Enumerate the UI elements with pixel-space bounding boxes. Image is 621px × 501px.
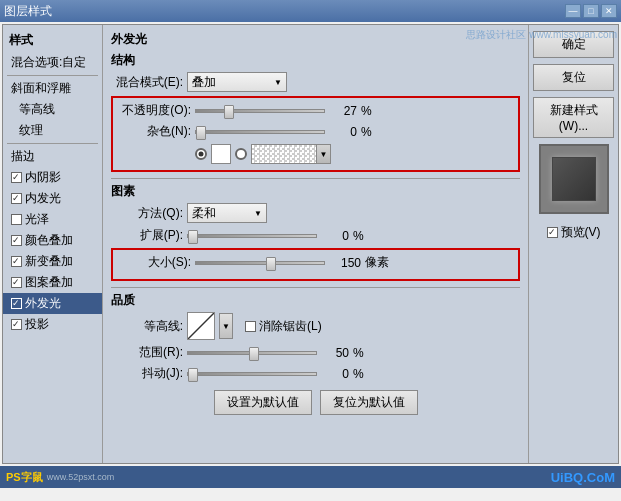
bottom-bar-left: PS字鼠 www.52psxt.com <box>6 470 114 485</box>
inner-shadow-checkbox[interactable] <box>11 172 22 183</box>
gradient-overlay-label: 新变叠加 <box>25 253 73 270</box>
jitter-value: 0 <box>321 367 349 381</box>
preview-checkbox[interactable]: ✓ <box>547 227 558 238</box>
satin-checkbox[interactable] <box>11 214 22 225</box>
opacity-unit: % <box>361 104 381 118</box>
window-title: 图层样式 <box>4 3 52 20</box>
drop-shadow-checkbox[interactable] <box>11 319 22 330</box>
opacity-slider-track[interactable] <box>195 109 325 113</box>
contour-label: 等高线: <box>111 318 183 335</box>
inner-shadow-label: 内阴影 <box>25 169 61 186</box>
sidebar-title: 样式 <box>3 29 102 52</box>
color-overlay-checkbox[interactable] <box>11 235 22 246</box>
spread-unit: % <box>353 229 373 243</box>
size-unit: 像素 <box>365 254 393 271</box>
spread-row: 扩展(P): 0 % <box>111 227 520 244</box>
anti-alias-checkbox[interactable] <box>245 321 256 332</box>
range-slider-thumb[interactable] <box>249 347 259 361</box>
method-label: 方法(Q): <box>111 205 183 222</box>
sidebar-item-bevel[interactable]: 斜面和浮雕 <box>3 78 102 99</box>
sidebar-divider-1 <box>7 75 98 76</box>
blend-mode-label: 混合模式(E): <box>111 74 183 91</box>
title-bar: 图层样式 — □ ✕ <box>0 0 621 22</box>
contour-row: 等高线: ▼ 消除锯齿(L) <box>111 312 520 340</box>
range-value: 50 <box>321 346 349 360</box>
color-swatch-white[interactable] <box>211 144 231 164</box>
section-title-outer-glow: 外发光 <box>111 31 520 48</box>
gradient-overlay-checkbox[interactable] <box>11 256 22 267</box>
size-slider-track[interactable] <box>195 261 325 265</box>
color-row: ▼ <box>119 144 512 164</box>
sidebar-item-stroke[interactable]: 描边 <box>3 146 102 167</box>
outer-glow-checkbox[interactable] <box>11 298 22 309</box>
opacity-row: 不透明度(O): 27 % <box>119 102 512 119</box>
bottom-watermark-left: www.52psxt.com <box>47 472 115 482</box>
inner-glow-checkbox[interactable] <box>11 193 22 204</box>
blend-mode-select[interactable]: 叠加 ▼ <box>187 72 287 92</box>
range-unit: % <box>353 346 373 360</box>
outer-glow-label: 外发光 <box>25 295 61 312</box>
blend-label: 混合选项:自定 <box>11 54 86 71</box>
pattern-overlay-checkbox[interactable] <box>11 277 22 288</box>
section-sep-1 <box>111 178 520 179</box>
range-slider-track[interactable] <box>187 351 317 355</box>
highlight-box-2: 大小(S): 150 像素 <box>111 248 520 281</box>
elements-title: 图素 <box>111 183 520 200</box>
sidebar-item-outer-glow[interactable]: 外发光 <box>3 293 102 314</box>
jitter-slider-thumb[interactable] <box>188 368 198 382</box>
maximize-button[interactable]: □ <box>583 4 599 18</box>
noise-slider-thumb[interactable] <box>196 126 206 140</box>
sidebar-item-drop-shadow[interactable]: 投影 <box>3 314 102 335</box>
sidebar-item-gradient-overlay[interactable]: 新变叠加 <box>3 251 102 272</box>
jitter-label: 抖动(J): <box>111 365 183 382</box>
blend-mode-row: 混合模式(E): 叠加 ▼ <box>111 72 520 92</box>
minimize-button[interactable]: — <box>565 4 581 18</box>
radio-solid[interactable] <box>195 148 207 160</box>
color-dropdown-arrow-icon[interactable]: ▼ <box>316 145 330 163</box>
color-gradient-dropdown[interactable]: ▼ <box>251 144 331 164</box>
reset-default-button[interactable]: 复位为默认值 <box>320 390 418 415</box>
sidebar-item-inner-shadow[interactable]: 内阴影 <box>3 167 102 188</box>
spread-slider-thumb[interactable] <box>188 230 198 244</box>
quality-section: 品质 等高线: ▼ 消除锯齿(L) <box>111 292 520 382</box>
method-select[interactable]: 柔和 ▼ <box>187 203 267 223</box>
range-row: 范围(R): 50 % <box>111 344 520 361</box>
size-slider-thumb[interactable] <box>266 257 276 271</box>
pattern-overlay-label: 图案叠加 <box>25 274 73 291</box>
color-gradient-main <box>252 145 316 163</box>
spread-slider-track[interactable] <box>187 234 317 238</box>
contour-dropdown-arrow[interactable]: ▼ <box>219 313 233 339</box>
anti-alias-row: 消除锯齿(L) <box>245 318 322 335</box>
set-default-button[interactable]: 设置为默认值 <box>214 390 312 415</box>
sidebar-item-inner-glow[interactable]: 内发光 <box>3 188 102 209</box>
radio-gradient[interactable] <box>235 148 247 160</box>
highlight-box-1: 不透明度(O): 27 % 杂色(N): 0 % <box>111 96 520 172</box>
sidebar-item-blend[interactable]: 混合选项:自定 <box>3 52 102 73</box>
contour-preview[interactable] <box>187 312 215 340</box>
contour-label: 等高线 <box>19 101 55 118</box>
color-overlay-label: 颜色叠加 <box>25 232 73 249</box>
sidebar-divider-2 <box>7 143 98 144</box>
jitter-row: 抖动(J): 0 % <box>111 365 520 382</box>
sidebar-item-satin[interactable]: 光泽 <box>3 209 102 230</box>
jitter-slider-track[interactable] <box>187 372 317 376</box>
sidebar-item-texture[interactable]: 纹理 <box>3 120 102 141</box>
sidebar-item-contour[interactable]: 等高线 <box>3 99 102 120</box>
main-window: 图层样式 — □ ✕ 思路设计社区 www.missyuan.com 样式 混合… <box>0 0 621 501</box>
sidebar-item-pattern-overlay[interactable]: 图案叠加 <box>3 272 102 293</box>
reset-button[interactable]: 复位 <box>533 64 614 91</box>
size-label: 大小(S): <box>119 254 191 271</box>
new-style-button[interactable]: 新建样式(W)... <box>533 97 614 138</box>
preview-box <box>539 144 609 214</box>
quality-title: 品质 <box>111 292 520 309</box>
sidebar-item-color-overlay[interactable]: 颜色叠加 <box>3 230 102 251</box>
jitter-unit: % <box>353 367 373 381</box>
structure-title: 结构 <box>111 52 520 69</box>
right-panel: 外发光 结构 混合模式(E): 叠加 ▼ 不透明度(O): <box>103 25 528 463</box>
close-button[interactable]: ✕ <box>601 4 617 18</box>
noise-slider-track[interactable] <box>195 130 325 134</box>
noise-unit: % <box>361 125 381 139</box>
opacity-label: 不透明度(O): <box>119 102 191 119</box>
action-column: 确定 复位 新建样式(W)... ✓ 预览(V) <box>528 25 618 463</box>
opacity-slider-thumb[interactable] <box>224 105 234 119</box>
